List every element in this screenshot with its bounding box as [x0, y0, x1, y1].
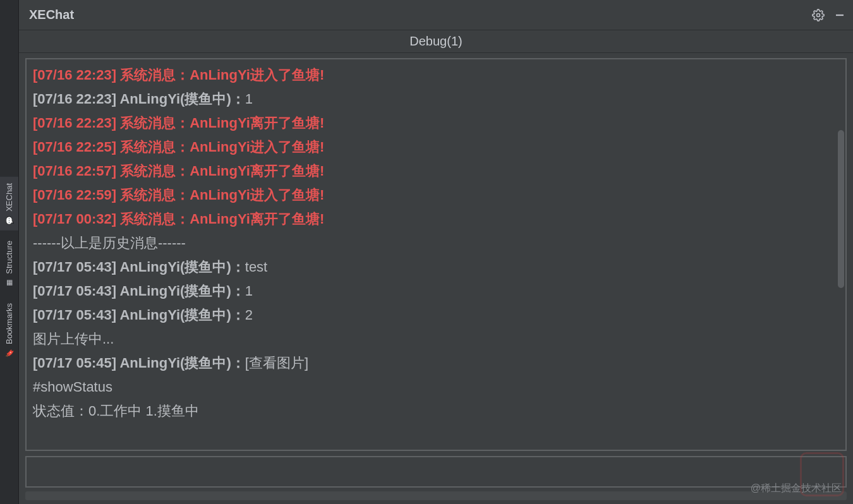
- side-tab-label: Structure: [4, 241, 14, 274]
- chat-message: [07/17 05:43] AnLingYi(摸鱼中)：test: [33, 255, 839, 279]
- chat-message: #showStatus: [33, 375, 839, 399]
- chat-message: [07/16 22:59] 系统消息：AnLingYi进入了鱼塘!: [33, 183, 839, 207]
- chat-message: [07/17 00:32] 系统消息：AnLingYi离开了鱼塘!: [33, 207, 839, 231]
- side-tab-structure[interactable]: ▦ Structure: [0, 234, 18, 293]
- side-tab-xechat[interactable]: 💬 XEChat: [0, 177, 18, 231]
- structure-icon: ▦: [5, 278, 14, 287]
- scrollbar-thumb[interactable]: [838, 130, 844, 288]
- tool-window-title: XEChat: [29, 8, 74, 22]
- gear-icon: [812, 9, 825, 21]
- active-tab[interactable]: Debug(1): [409, 34, 462, 49]
- tool-window-actions: [811, 8, 847, 22]
- minimize-icon: [834, 9, 845, 21]
- tool-window: XEChat Debug(1) [07/16 22:23] 系统消息：AnLin…: [19, 0, 853, 504]
- content-tab-bar: Debug(1): [19, 30, 853, 53]
- side-tab-bookmarks[interactable]: 🔖 Bookmarks: [0, 297, 18, 363]
- settings-button[interactable]: [811, 8, 825, 22]
- chat-log-panel[interactable]: [07/16 22:23] 系统消息：AnLingYi进入了鱼塘![07/16 …: [25, 58, 847, 451]
- watermark-text: @稀土掘金技术社区: [751, 482, 842, 495]
- chat-icon: 💬: [5, 215, 14, 224]
- chat-input[interactable]: [27, 457, 845, 486]
- chat-message: [07/17 05:43] AnLingYi(摸鱼中)：1: [33, 279, 839, 303]
- tool-window-titlebar: XEChat: [19, 0, 853, 30]
- bookmark-icon: 🔖: [5, 348, 14, 357]
- chat-message: 状态值：0.工作中 1.摸鱼中: [33, 399, 839, 423]
- chat-message: [07/16 22:23] AnLingYi(摸鱼中)：1: [33, 87, 839, 111]
- chat-input-frame: [25, 456, 847, 488]
- chat-message: ------以上是历史消息------: [33, 231, 839, 255]
- chat-message: [07/17 05:45] AnLingYi(摸鱼中)：[查看图片]: [33, 351, 839, 375]
- svg-point-0: [817, 13, 820, 16]
- chat-message: [07/16 22:25] 系统消息：AnLingYi进入了鱼塘!: [33, 135, 839, 159]
- side-tool-tabs: 💬 XEChat ▦ Structure 🔖 Bookmarks: [0, 0, 19, 504]
- chat-message: [07/16 22:23] 系统消息：AnLingYi离开了鱼塘!: [33, 111, 839, 135]
- chat-message: 图片上传中...: [33, 327, 839, 351]
- side-tab-label: Bookmarks: [4, 303, 14, 344]
- side-tab-label: XEChat: [4, 183, 14, 212]
- horizontal-scrollbar[interactable]: [25, 491, 847, 500]
- chat-message: [07/16 22:57] 系统消息：AnLingYi离开了鱼塘!: [33, 159, 839, 183]
- chat-log: [07/16 22:23] 系统消息：AnLingYi进入了鱼塘![07/16 …: [27, 59, 845, 448]
- minimize-button[interactable]: [833, 8, 847, 22]
- chat-message: [07/17 05:43] AnLingYi(摸鱼中)：2: [33, 303, 839, 327]
- chat-message: [07/16 22:23] 系统消息：AnLingYi进入了鱼塘!: [33, 63, 839, 87]
